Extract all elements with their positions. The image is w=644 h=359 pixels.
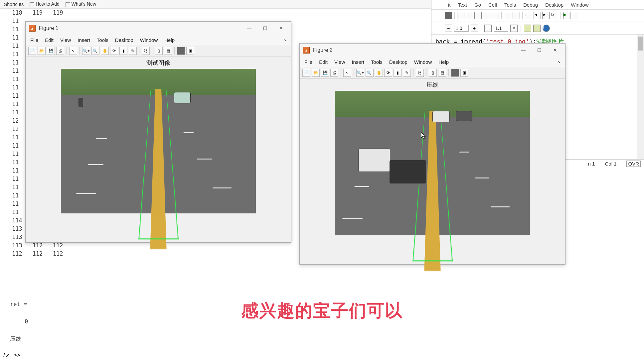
div-button[interactable]: ÷ bbox=[484, 25, 492, 32]
plus-button[interactable]: + bbox=[471, 25, 478, 32]
editor-menubar[interactable]: itTextGoCellToolsDebugDesktopWindow bbox=[431, 0, 644, 9]
link-icon[interactable]: ⛓ bbox=[416, 69, 424, 77]
maximize-button[interactable]: ☐ bbox=[257, 23, 273, 33]
menu-tools[interactable]: Tools bbox=[504, 2, 516, 8]
figure-menubar[interactable]: FileEditViewInsertToolsDesktopWindowHelp… bbox=[300, 57, 565, 67]
menu-view[interactable]: View bbox=[334, 59, 345, 65]
menu-go[interactable]: Go bbox=[474, 2, 481, 8]
pointer-icon[interactable]: ↖ bbox=[69, 47, 77, 55]
print-icon[interactable] bbox=[504, 12, 511, 19]
step2-input[interactable] bbox=[494, 25, 508, 32]
minimize-button[interactable]: — bbox=[241, 23, 257, 33]
menu-desktop[interactable]: Desktop bbox=[389, 59, 407, 65]
zoom-in-icon[interactable]: 🔍+ bbox=[82, 47, 90, 55]
cut-icon[interactable] bbox=[457, 12, 464, 19]
scrollbar-thumb[interactable] bbox=[638, 37, 643, 51]
pan-icon[interactable]: ✋ bbox=[101, 47, 109, 55]
find-icon[interactable]: ⌕ bbox=[525, 12, 532, 19]
zoom-out-icon[interactable]: 🔍- bbox=[91, 47, 99, 55]
menu-window[interactable]: Window bbox=[414, 59, 432, 65]
save-icon[interactable]: 💾 bbox=[47, 47, 55, 55]
data-cursor-icon[interactable]: ▮ bbox=[119, 47, 127, 55]
show-plot-tools-icon[interactable]: ▣ bbox=[460, 69, 468, 77]
minimize-button[interactable]: — bbox=[515, 45, 531, 55]
menu-cell[interactable]: Cell bbox=[488, 2, 497, 8]
figure-toolbar[interactable]: 📄 📂 💾 🖨 ↖ 🔍+ 🔍- ✋ ⟳ ▮ ✎ ⛓ ▯ ▤ ▣ bbox=[26, 45, 291, 57]
menu-help[interactable]: Help bbox=[438, 59, 449, 65]
insertcolorbar-icon[interactable]: ▯ bbox=[429, 69, 437, 77]
titlebar[interactable]: ▲ Figure 1 — ☐ ✕ bbox=[26, 22, 291, 35]
menu-it[interactable]: it bbox=[448, 2, 451, 8]
pointer-icon[interactable]: ↖ bbox=[343, 69, 351, 77]
open-icon[interactable]: 📂 bbox=[312, 69, 320, 77]
menu-edit[interactable]: Edit bbox=[319, 59, 328, 65]
rotate-icon[interactable]: ⟳ bbox=[384, 69, 392, 77]
cell-icon-1[interactable] bbox=[524, 25, 531, 32]
brush-icon[interactable]: ✎ bbox=[403, 69, 411, 77]
minus-button[interactable]: − bbox=[445, 25, 452, 32]
nav-back-icon[interactable]: ◄ bbox=[534, 12, 541, 19]
zoom-in-icon[interactable]: 🔍+ bbox=[356, 69, 364, 77]
titlebar[interactable]: ▲ Figure 2 — ☐ ✕ bbox=[300, 44, 565, 57]
menubar-dock-icon[interactable]: ↘ bbox=[283, 38, 286, 42]
close-button[interactable]: ✕ bbox=[547, 45, 563, 55]
menu-window[interactable]: Window bbox=[571, 2, 588, 8]
rotate-icon[interactable]: ⟳ bbox=[110, 47, 118, 55]
insertlegend-icon[interactable]: ▤ bbox=[164, 47, 172, 55]
figure-window-1[interactable]: ▲ Figure 1 — ☐ ✕ FileEditViewInsertTools… bbox=[25, 21, 291, 243]
open-icon[interactable]: 📂 bbox=[38, 47, 46, 55]
hide-plot-tools-icon[interactable] bbox=[177, 47, 185, 55]
zoom-out-icon[interactable]: 🔍- bbox=[366, 69, 374, 77]
undo-icon[interactable] bbox=[483, 12, 490, 19]
paste-icon[interactable] bbox=[474, 12, 482, 19]
show-plot-tools-icon[interactable]: ▣ bbox=[186, 47, 194, 55]
editor-toolbar[interactable]: ⌕ ◄ ► fx ▶ bbox=[431, 9, 644, 22]
print-icon[interactable]: 🖨 bbox=[56, 47, 64, 55]
new-figure-icon[interactable]: 📄 bbox=[302, 69, 310, 77]
menu-file[interactable]: File bbox=[304, 59, 312, 65]
menu-tools[interactable]: Tools bbox=[371, 59, 383, 65]
menu-insert[interactable]: Insert bbox=[78, 37, 90, 43]
stop-icon[interactable] bbox=[445, 12, 452, 19]
command-prompt[interactable]: fx >> bbox=[2, 352, 20, 358]
menu-help[interactable]: Help bbox=[164, 37, 175, 43]
page-icon[interactable] bbox=[513, 12, 520, 19]
insertcolorbar-icon[interactable]: ▯ bbox=[155, 47, 163, 55]
cell-icon-2[interactable] bbox=[533, 25, 541, 32]
step1-input[interactable] bbox=[454, 25, 469, 32]
save-icon[interactable]: 💾 bbox=[321, 69, 329, 77]
how-to-add-link[interactable]: How to Add bbox=[30, 1, 60, 7]
close-button[interactable]: ✕ bbox=[273, 23, 289, 33]
insertlegend-icon[interactable]: ▤ bbox=[438, 69, 446, 77]
menu-file[interactable]: File bbox=[30, 37, 38, 43]
menu-insert[interactable]: Insert bbox=[352, 59, 364, 65]
maximize-button[interactable]: ☐ bbox=[531, 45, 547, 55]
run-icon[interactable]: ▶ bbox=[563, 12, 570, 19]
print-icon[interactable]: 🖨 bbox=[330, 69, 338, 77]
hide-plot-tools-icon[interactable] bbox=[451, 69, 459, 77]
editor-scrollbar[interactable] bbox=[637, 35, 644, 159]
figure-window-2[interactable]: ▲ Figure 2 — ☐ ✕ FileEditViewInsertTools… bbox=[299, 43, 565, 265]
menu-desktop[interactable]: Desktop bbox=[115, 37, 133, 43]
run-advance-icon[interactable] bbox=[572, 12, 579, 19]
menu-window[interactable]: Window bbox=[140, 37, 158, 43]
times-button[interactable]: × bbox=[510, 25, 518, 32]
menu-text[interactable]: Text bbox=[458, 2, 467, 8]
copy-icon[interactable] bbox=[466, 12, 473, 19]
pan-icon[interactable]: ✋ bbox=[375, 69, 383, 77]
data-cursor-icon[interactable]: ▮ bbox=[394, 69, 402, 77]
fx-icon[interactable]: fx bbox=[551, 12, 558, 19]
brush-icon[interactable]: ✎ bbox=[129, 47, 137, 55]
whats-new-link[interactable]: What's New bbox=[66, 1, 96, 7]
menu-tools[interactable]: Tools bbox=[97, 37, 108, 43]
redo-icon[interactable] bbox=[492, 12, 499, 19]
menubar-dock-icon[interactable]: ↘ bbox=[557, 60, 561, 64]
figure-toolbar[interactable]: 📄 📂 💾 🖨 ↖ 🔍+ 🔍- ✋ ⟳ ▮ ✎ ⛓ ▯ ▤ ▣ bbox=[300, 67, 565, 79]
link-icon[interactable]: ⛓ bbox=[142, 47, 150, 55]
menu-desktop[interactable]: Desktop bbox=[545, 2, 564, 8]
nav-fwd-icon[interactable]: ► bbox=[542, 12, 550, 19]
menu-view[interactable]: View bbox=[60, 37, 71, 43]
menu-edit[interactable]: Edit bbox=[45, 37, 54, 43]
menu-debug[interactable]: Debug bbox=[523, 2, 538, 8]
figure-menubar[interactable]: FileEditViewInsertToolsDesktopWindowHelp… bbox=[26, 35, 291, 45]
